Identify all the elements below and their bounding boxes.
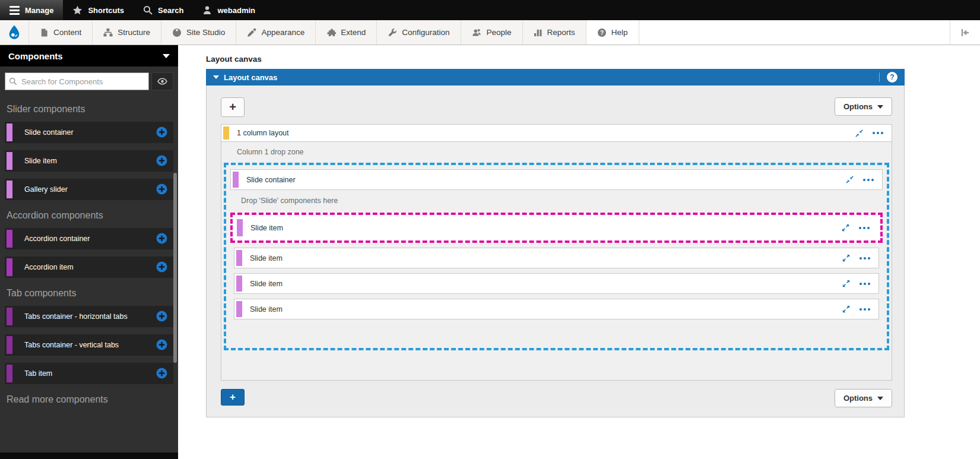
add-circle-icon[interactable] [156,311,167,322]
slide-item-row[interactable]: Slide item [234,248,879,268]
slide-item-label: Slide item [250,280,842,288]
canvas-top-controls: + Options [221,97,892,117]
menu-site-studio[interactable]: Site Studio [161,20,236,45]
component-label: Tabs container - horizontal tabs [24,312,128,321]
slide-container-row[interactable]: Slide container [230,169,883,190]
add-circle-icon[interactable] [156,155,167,166]
add-circle-icon[interactable] [156,261,167,273]
toggle-preview-button[interactable] [151,72,173,90]
expand-icon[interactable] [842,305,851,314]
components-search-row [0,67,178,94]
search-wrap [5,72,149,90]
add-circle-icon[interactable] [156,183,167,195]
one-column-layout-block: 1 column layout Column 1 drop zone [221,124,892,381]
eye-icon [157,77,167,86]
layout-row-label: 1 column layout [237,129,855,137]
add-component-top-button[interactable]: + [221,97,245,117]
slide-item-row[interactable]: Slide item [235,217,878,238]
ellipsis-menu-icon[interactable] [860,257,870,259]
slide-container-label: Slide container [246,176,845,184]
component-color-bar [233,172,239,188]
menu-reports[interactable]: Reports [522,20,586,45]
panel-help-button[interactable]: ? [887,72,897,83]
caret-down-icon [213,75,219,79]
section-title-slider: Slider components [7,104,172,115]
menu-content-label: Content [53,28,81,37]
menu-manage[interactable]: Manage [0,0,63,20]
component-slide-container[interactable]: Slide container [5,122,173,143]
component-accordion-container[interactable]: Accordion container [5,228,173,249]
svg-text:?: ? [600,29,604,36]
toolbar-spacer [639,20,950,45]
caret-down-icon [877,105,883,109]
canvas-bottom-controls: + Options [221,389,892,407]
slide-container-dropzone[interactable]: Slide container Drop 'Slide' components … [224,163,889,350]
menu-people-label: People [487,28,512,37]
chevron-down-icon[interactable] [163,54,170,58]
one-column-layout-row[interactable]: 1 column layout [221,125,892,142]
star-icon [72,5,83,15]
add-circle-icon[interactable] [156,126,167,138]
component-color-bar [236,250,242,266]
component-color-bar [237,219,243,236]
components-header[interactable]: Components [0,45,178,67]
paintbrush-icon [247,28,256,37]
slide-item-row[interactable]: Slide item [234,299,879,319]
collapse-icon[interactable] [855,129,864,138]
component-tabs-horizontal[interactable]: Tabs container - horizontal tabs [5,306,173,327]
ellipsis-menu-icon[interactable] [859,227,870,229]
component-search-input[interactable] [5,72,149,90]
component-color-bar [7,230,12,248]
component-label: Accordion item [24,263,74,271]
page-title: Layout canvas [206,55,980,64]
menu-shortcuts-label: Shortcuts [88,6,124,15]
expand-icon[interactable] [842,279,851,288]
ellipsis-menu-icon[interactable] [863,179,874,181]
add-component-bottom-button[interactable]: + [221,389,245,406]
add-circle-icon[interactable] [156,368,167,379]
component-color-bar [7,258,12,276]
component-color-bar [7,336,12,354]
section-title-accordion: Accordion components [7,210,172,221]
help-icon: ? [597,28,607,37]
document-icon [40,28,49,37]
add-circle-icon[interactable] [156,339,167,350]
layout-canvas-panel-header[interactable]: Layout canvas ? [206,69,905,86]
toolbar-collapse-button[interactable] [950,20,980,45]
expand-icon[interactable] [842,254,851,262]
sidebar-scrollbar[interactable] [173,173,177,363]
sidebar-bottom-strip [0,452,178,459]
options-bottom-button[interactable]: Options [835,389,892,407]
menu-shortcuts[interactable]: Shortcuts [63,0,134,20]
menu-people[interactable]: People [461,20,522,45]
menu-configuration[interactable]: Configuration [376,20,460,45]
menu-help[interactable]: ? Help [586,20,639,45]
collapse-icon[interactable] [845,175,854,184]
section-title-read-more: Read more components [7,394,172,405]
menu-reports-label: Reports [547,28,575,37]
menu-user[interactable]: webadmin [193,0,265,20]
component-accordion-item[interactable]: Accordion item [5,257,173,278]
ellipsis-menu-icon[interactable] [860,283,870,285]
menu-appearance[interactable]: Appearance [236,20,315,45]
ellipsis-menu-icon[interactable] [873,132,883,134]
component-gallery-slider[interactable]: Gallery slider [5,179,173,200]
drupal-logo [0,20,28,45]
menu-search[interactable]: Search [134,0,193,20]
component-tabs-vertical[interactable]: Tabs container - vertical tabs [5,334,173,356]
menu-content[interactable]: Content [28,20,92,45]
expand-icon[interactable] [841,223,850,232]
menu-structure[interactable]: Structure [92,20,161,45]
add-circle-icon[interactable] [156,233,167,244]
layout-canvas-panel: Layout canvas ? + Options 1 column layou… [206,69,905,417]
component-label: Gallery slider [24,185,68,194]
options-top-button[interactable]: Options [835,97,892,116]
component-color-bar [236,301,242,317]
component-tab-item[interactable]: Tab item [5,363,173,384]
menu-extend[interactable]: Extend [315,20,376,45]
slide-item-row[interactable]: Slide item [234,273,879,294]
ellipsis-menu-icon[interactable] [860,308,870,311]
menu-appearance-label: Appearance [261,28,305,37]
component-slide-item[interactable]: Slide item [5,150,173,172]
slide-item-drop-target[interactable]: Slide item [230,213,883,243]
